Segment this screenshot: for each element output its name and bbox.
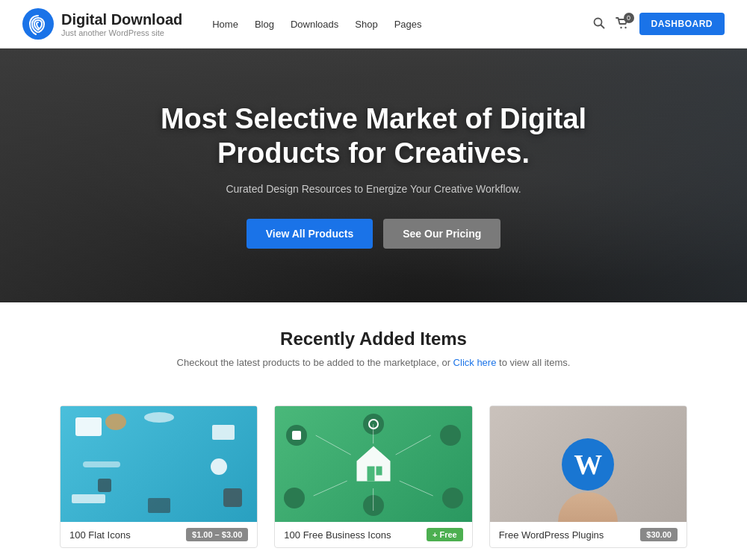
product-image-business-icons	[275, 406, 471, 522]
svg-line-11	[314, 481, 347, 496]
product-info-flat-icons: 100 Flat Icons $1.00 – $3.00	[61, 522, 257, 547]
product-card-flat-icons[interactable]: 100 Flat Icons $1.00 – $3.00	[60, 405, 258, 548]
click-here-link[interactable]: Click here	[453, 357, 497, 368]
dashboard-button[interactable]: DASHBOARD	[639, 13, 725, 35]
cart-badge: 0	[624, 13, 634, 23]
section-subtitle: Checkout the latest products to be added…	[60, 357, 687, 368]
main-nav: Home Blog Downloads Shop Pages	[212, 19, 592, 30]
product-price-flat-icons: $1.00 – $3.00	[186, 528, 248, 541]
header-icons: 0	[593, 17, 629, 31]
product-name-wordpress: Free WordPress Plugins	[499, 529, 604, 541]
business-icons-image	[275, 406, 471, 522]
logo-area: Digital Download Just another WordPress …	[22, 8, 182, 40]
cart-icon[interactable]: 0	[616, 17, 629, 31]
nav-home[interactable]: Home	[212, 19, 238, 30]
nav-shop[interactable]: Shop	[355, 19, 377, 30]
svg-point-3	[620, 26, 622, 28]
nav-pages[interactable]: Pages	[394, 19, 422, 30]
product-price-business-icons: + Free	[427, 528, 463, 541]
product-info-wordpress: Free WordPress Plugins $30.00	[490, 522, 686, 547]
product-price-wordpress: $30.00	[640, 528, 678, 541]
header: Digital Download Just another WordPress …	[0, 0, 747, 49]
svg-line-10	[396, 435, 431, 455]
product-image-flat-icons	[61, 406, 257, 522]
hero-buttons: View All Products See Our Pricing	[127, 219, 620, 249]
svg-rect-7	[376, 466, 382, 475]
product-info-business-icons: 100 Free Business Icons + Free	[275, 522, 471, 547]
product-image-wordpress: W	[490, 406, 686, 522]
svg-line-13	[400, 481, 433, 496]
svg-line-9	[316, 435, 351, 455]
hero-subtitle: Curated Design Resources to Energize You…	[127, 183, 620, 195]
wordpress-logo: W	[562, 438, 614, 491]
hero-section: Most Selective Market of Digital Product…	[0, 49, 747, 302]
svg-line-2	[601, 25, 604, 28]
wordpress-image: W	[490, 406, 686, 522]
product-name-business-icons: 100 Free Business Icons	[284, 529, 391, 541]
nav-downloads[interactable]: Downloads	[291, 19, 338, 30]
flat-icons-image	[61, 406, 257, 522]
product-name-flat-icons: 100 Flat Icons	[69, 529, 131, 541]
site-title: Digital Download	[61, 10, 182, 28]
hero-title: Most Selective Market of Digital Product…	[127, 102, 620, 170]
svg-rect-6	[367, 466, 374, 481]
site-subtitle: Just another WordPress site	[61, 28, 182, 37]
nav-blog[interactable]: Blog	[255, 19, 274, 30]
view-all-products-button[interactable]: View All Products	[247, 219, 373, 249]
product-card-wordpress[interactable]: W Free WordPress Plugins $30.00	[489, 405, 687, 548]
svg-point-0	[22, 8, 54, 40]
svg-point-4	[624, 26, 626, 28]
see-pricing-button[interactable]: See Our Pricing	[383, 219, 500, 249]
section-title: Recently Added Items	[60, 329, 687, 349]
logo-text: Digital Download Just another WordPress …	[61, 10, 182, 37]
product-grid: 100 Flat Icons $1.00 – $3.00	[0, 405, 747, 548]
search-icon[interactable]	[593, 17, 605, 31]
product-card-business-icons[interactable]: 100 Free Business Icons + Free	[274, 405, 472, 548]
recently-added-section: Recently Added Items Checkout the latest…	[0, 302, 747, 405]
fingerprint-icon	[22, 8, 54, 40]
hero-content: Most Selective Market of Digital Product…	[112, 102, 635, 248]
